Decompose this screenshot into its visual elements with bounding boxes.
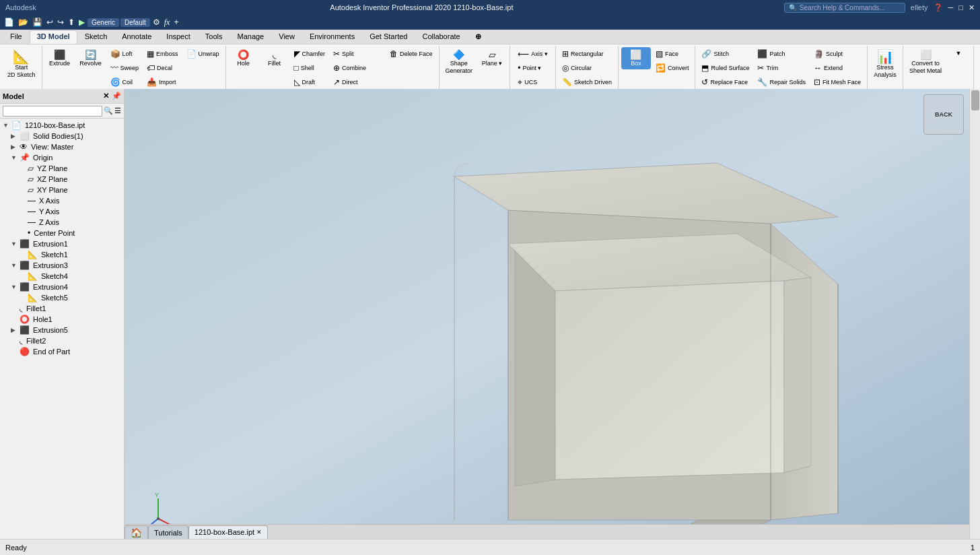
btn-chamfer[interactable]: ◤Chamfer xyxy=(291,47,329,61)
rtab-view[interactable]: View xyxy=(271,30,302,44)
btn-replace-face[interactable]: ↺Replace Face xyxy=(698,75,753,89)
tree-search-input[interactable] xyxy=(3,106,102,117)
tree-item-ext1[interactable]: ▼⬛Extrusion1 xyxy=(0,238,124,249)
tab-file[interactable]: 1210-box-Base.ipt ✕ xyxy=(188,525,268,539)
btn-rectangular[interactable]: ⊞Rectangular xyxy=(559,47,615,61)
tab-close-icon[interactable]: ✕ xyxy=(256,529,262,535)
btn-point[interactable]: •Point ▾ xyxy=(514,61,551,75)
btn-loft[interactable]: 📦Loft xyxy=(107,47,143,61)
tab-tutorials[interactable]: Tutorials xyxy=(148,525,188,539)
btn-shape-generator[interactable]: 🔷 Shape Generator xyxy=(442,47,477,77)
qat-formula[interactable]: fx xyxy=(163,17,172,28)
btn-fillet[interactable]: ◟ Fillet xyxy=(260,47,289,69)
btn-ucs[interactable]: ⌖UCS xyxy=(514,75,551,89)
btn-circular[interactable]: ◎Circular xyxy=(559,61,615,75)
btn-plane[interactable]: ▱ Plane ▾ xyxy=(477,47,507,69)
btn-delete-face[interactable]: 🗑Delete Face xyxy=(386,47,436,61)
tree-item-sk1[interactable]: 📐Sketch1 xyxy=(0,249,124,260)
btn-split[interactable]: ✂Split xyxy=(330,47,385,61)
nav-cube[interactable]: BACK xyxy=(923,94,964,135)
tree-item-hole1[interactable]: ⭕Hole1 xyxy=(0,314,124,325)
rtab-getstarted[interactable]: Get Started xyxy=(362,30,415,44)
btn-convert-sheet[interactable]: ⬜ Convert to Sheet Metal xyxy=(906,47,945,77)
btn-shell[interactable]: □Shell xyxy=(291,61,329,75)
qat-mode[interactable]: Generic xyxy=(88,18,119,27)
tree-item-ext3[interactable]: ▼⬛Extrusion3 xyxy=(0,260,124,271)
tab-home[interactable]: 🏠 xyxy=(125,525,148,539)
rtab-environments[interactable]: Environments xyxy=(302,30,362,44)
btn-sweep[interactable]: 〰Sweep xyxy=(107,61,143,75)
btn-direct[interactable]: ↗Direct xyxy=(330,75,385,89)
btn-sketch-driven[interactable]: 📏Sketch Driven xyxy=(559,75,615,89)
tree-item-eop[interactable]: 🔴End of Part xyxy=(0,346,124,357)
btn-start-sketch[interactable]: 📐 Start 2D Sketch xyxy=(4,47,39,81)
btn-repair-solids[interactable]: 🔧Repair Solids xyxy=(754,75,809,89)
qat-run[interactable]: ▶ xyxy=(77,17,86,28)
qat-up[interactable]: ⬆ xyxy=(67,17,76,28)
btn-ruled-surface[interactable]: ⬒Ruled Surface xyxy=(698,61,753,75)
model-header-close[interactable]: ✕ xyxy=(103,92,109,100)
viewport[interactable]: X Y Z BACK xyxy=(125,89,969,539)
right-scrollbar[interactable] xyxy=(969,89,980,539)
model-header-pin[interactable]: 📌 xyxy=(112,92,121,100)
qat-add[interactable]: + xyxy=(172,17,180,28)
rtab-3dmodel[interactable]: 3D Model xyxy=(30,30,77,44)
window-maximize[interactable]: □ xyxy=(958,3,963,11)
btn-trim[interactable]: ✂Trim xyxy=(754,61,809,75)
qat-new[interactable]: 📄 xyxy=(3,17,15,28)
window-minimize[interactable]: ─ xyxy=(948,3,954,11)
btn-stress-analysis[interactable]: 📊 Stress Analysis xyxy=(870,47,900,81)
btn-coil[interactable]: 🌀Coil xyxy=(107,75,143,89)
tree-menu-icon[interactable]: ☰ xyxy=(114,106,121,115)
rtab-annotate[interactable]: Annotate xyxy=(114,30,159,44)
qat-undo[interactable]: ↩ xyxy=(45,17,55,28)
tree-item-xaxis[interactable]: —X Axis xyxy=(0,195,124,206)
qat-theme[interactable]: Default xyxy=(120,18,150,27)
rtab-plus[interactable]: ⊕ xyxy=(468,30,489,44)
btn-patch[interactable]: ⬛Patch xyxy=(754,47,809,61)
window-close[interactable]: ✕ xyxy=(969,3,975,12)
tree-item-center[interactable]: •Center Point xyxy=(0,228,124,238)
tree-search-icon[interactable]: 🔍 xyxy=(104,106,113,115)
rtab-tools[interactable]: Tools xyxy=(198,30,230,44)
btn-import[interactable]: 📥Import xyxy=(143,75,182,89)
tree-item-ext5[interactable]: ▶⬛Extrusion5 xyxy=(0,325,124,335)
tree-item-root[interactable]: ▼📄1210-box-Base.ipt xyxy=(0,120,124,131)
rtab-inspect[interactable]: Inspect xyxy=(159,30,197,44)
rtab-collaborate[interactable]: Collaborate xyxy=(415,30,467,44)
btn-unwrap[interactable]: 📄Unwrap xyxy=(183,47,223,61)
tree-item-sk5[interactable]: 📐Sketch5 xyxy=(0,292,124,303)
tree-item-xy[interactable]: ▱XY Plane xyxy=(0,185,124,195)
tree-item-origin[interactable]: ▼📌Origin xyxy=(0,152,124,163)
tree-item-fillet1[interactable]: ◟Fillet1 xyxy=(0,303,124,314)
btn-emboss[interactable]: ▦Emboss xyxy=(143,47,182,61)
btn-sculpt[interactable]: 🗿Sculpt xyxy=(810,47,864,61)
tree-item-fillet2[interactable]: ◟Fillet2 xyxy=(0,335,124,346)
tree-item-solid[interactable]: ▶⬜Solid Bodies(1) xyxy=(0,131,124,141)
search-box[interactable]: 🔍 Search Help & Commands... xyxy=(784,3,905,13)
btn-axis[interactable]: ⟵Axis ▾ xyxy=(514,47,551,61)
btn-combine[interactable]: ⊕Combine xyxy=(330,61,385,75)
btn-convert-freeform[interactable]: 🔁Convert xyxy=(652,61,693,75)
qat-save[interactable]: 💾 xyxy=(31,17,44,28)
qat-open[interactable]: 📂 xyxy=(17,17,30,28)
tree-item-ext4[interactable]: ▼⬛Extrusion4 xyxy=(0,282,124,292)
btn-face[interactable]: ▧Face xyxy=(652,47,693,61)
rtab-manage[interactable]: Manage xyxy=(230,30,271,44)
rtab-sketch[interactable]: Sketch xyxy=(77,30,115,44)
btn-fit-mesh[interactable]: ⊡Fit Mesh Face xyxy=(810,75,864,89)
btn-convert-more[interactable]: ▼ xyxy=(946,47,971,59)
btn-box[interactable]: ⬜ Box xyxy=(621,47,651,69)
tree-item-yaxis[interactable]: —Y Axis xyxy=(0,206,124,217)
btn-stitch[interactable]: 🔗Stitch xyxy=(698,47,753,61)
tree-item-view[interactable]: ▶👁View: Master xyxy=(0,141,124,152)
tree-item-yz[interactable]: ▱YZ Plane xyxy=(0,163,124,174)
tree-item-sk4[interactable]: 📐Sketch4 xyxy=(0,271,124,282)
btn-revolve[interactable]: 🔄 Revolve xyxy=(76,47,106,69)
btn-decal[interactable]: 🏷Decal xyxy=(143,61,182,75)
rtab-file[interactable]: File xyxy=(3,30,30,44)
btn-extend[interactable]: ↔Extend xyxy=(810,61,864,75)
btn-hole[interactable]: ⭕ Hole xyxy=(229,47,258,69)
tree-item-zaxis[interactable]: —Z Axis xyxy=(0,217,124,228)
btn-extrude[interactable]: ⬛ Extrude xyxy=(45,47,75,69)
